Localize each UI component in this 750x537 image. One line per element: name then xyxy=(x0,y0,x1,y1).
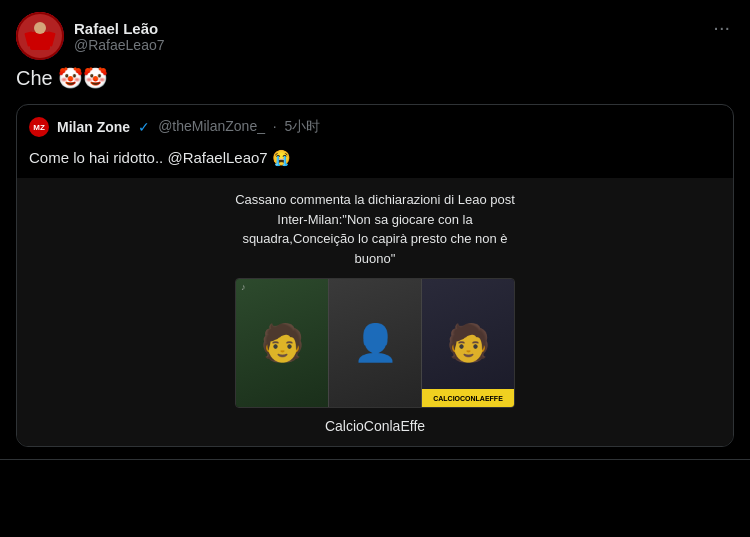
tweet-header: Rafael Leão @RafaeLeao7 ··· xyxy=(16,12,734,60)
yellow-strip: CALCIOCONLAEFFE xyxy=(422,389,514,407)
video-panel-right: 🧑 CALCIOCONLAEFFE xyxy=(422,279,514,407)
avatar xyxy=(16,12,64,60)
quoted-media: Cassano commenta la dichiarazioni di Lea… xyxy=(17,178,733,446)
person-icon-1: 🧑 xyxy=(260,322,305,364)
author-handle: @RafaeLeao7 xyxy=(74,37,165,53)
quoted-text: Come lo hai ridotto.. @RafaelLeao7 😭 xyxy=(17,143,733,178)
video-panel-mid: 👤 xyxy=(328,279,422,407)
tiktok-icon: ♪ xyxy=(241,282,246,292)
quoted-author-name: Milan Zone xyxy=(57,119,130,135)
tweet-author: Rafael Leão @RafaeLeao7 xyxy=(16,12,165,60)
verified-icon: ✓ xyxy=(138,119,150,135)
quoted-handle-time: @theMilanZone_ · 5小时 xyxy=(158,118,320,136)
video-thumbnail: ♪ 🧑 👤 🧑 CALCIOCONLAEFFE xyxy=(235,278,515,408)
person-icon-2: 👤 xyxy=(353,322,398,364)
quoted-header: MZ Milan Zone ✓ @theMilanZone_ · 5小时 xyxy=(17,105,733,143)
video-panel-left: ♪ 🧑 xyxy=(236,279,328,407)
tweet-text: Che 🤡🤡 xyxy=(16,64,734,92)
quoted-avatar: MZ xyxy=(29,117,49,137)
author-name: Rafael Leão xyxy=(74,20,165,37)
more-options-button[interactable]: ··· xyxy=(709,12,734,43)
channel-name: CalcioConlaEffe xyxy=(325,418,425,434)
tweet: Rafael Leão @RafaeLeao7 ··· Che 🤡🤡 MZ Mi… xyxy=(0,0,750,460)
svg-point-3 xyxy=(34,22,46,34)
yellow-strip-text: CALCIOCONLAEFFE xyxy=(433,395,503,402)
avatar-image xyxy=(16,12,64,60)
person-icon-3: 🧑 xyxy=(446,322,491,364)
video-caption: Cassano commenta la dichiarazioni di Lea… xyxy=(235,190,515,268)
quoted-tweet[interactable]: MZ Milan Zone ✓ @theMilanZone_ · 5小时 Com… xyxy=(16,104,734,447)
author-info: Rafael Leão @RafaeLeao7 xyxy=(74,20,165,53)
